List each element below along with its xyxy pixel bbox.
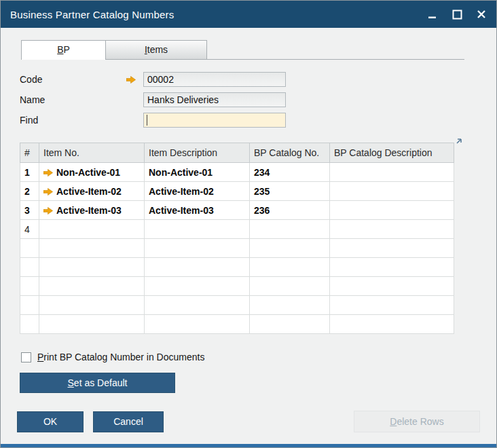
row-number-cell[interactable] [20,258,39,277]
item-no-cell[interactable]: Non-Active-01 [39,163,145,182]
item-no-cell[interactable] [39,296,145,315]
maximize-icon [452,10,462,20]
footer: OK Cancel Delete Rows [1,411,496,432]
name-label: Name [20,94,126,105]
row-number-cell[interactable]: 3 [20,201,39,220]
table-row[interactable] [20,277,454,296]
item-no-cell[interactable]: Active-Item-02 [39,182,145,201]
table-header-row: # Item No. Item Description BP Catalog N… [20,143,454,163]
table-row[interactable] [20,258,454,277]
set-as-default-button[interactable]: Set as Default [20,373,175,393]
bp-catalog-no-cell[interactable] [250,220,330,239]
row-number-cell[interactable] [20,277,39,296]
titlebar[interactable]: Business Partner Catalog Numbers [1,1,496,28]
item-no-cell[interactable] [39,315,145,334]
bp-catalog-no-cell[interactable] [250,315,330,334]
catalog-table-wrap: # Item No. Item Description BP Catalog N… [20,143,454,334]
window-title: Business Partner Catalog Numbers [10,9,174,20]
bp-catalog-description-cell[interactable] [330,163,454,182]
item-description-cell[interactable] [145,258,250,277]
row-number-cell[interactable]: 2 [20,182,39,201]
item-no-cell[interactable] [39,277,145,296]
item-no-text: Active-Item-02 [56,186,122,197]
item-no-cell[interactable] [39,220,145,239]
bp-catalog-no-cell[interactable]: 235 [250,182,330,201]
link-arrow-icon[interactable] [126,76,136,83]
find-input[interactable] [143,113,286,128]
print-bp-catalog-checkbox[interactable] [21,352,31,362]
bp-form: Code Name Find [20,69,496,130]
bp-catalog-no-cell[interactable] [250,277,330,296]
item-no-text: Active-Item-03 [56,205,122,216]
ok-button[interactable]: OK [17,411,84,432]
bp-catalog-description-cell[interactable] [330,258,454,277]
table-row[interactable]: 3Active-Item-03Active-Item-03236 [20,201,454,220]
minimize-button[interactable] [427,9,438,20]
tab-items[interactable]: Items [105,40,207,59]
window-controls [427,9,487,20]
print-bp-catalog-label: Print BP Catalog Number in Documents [37,352,204,362]
bp-catalog-no-cell[interactable] [250,296,330,315]
link-arrow-icon[interactable] [43,188,53,195]
table-row[interactable] [20,239,454,258]
close-icon [477,10,486,19]
row-number-cell[interactable] [20,239,39,258]
print-bp-catalog-row: Print BP Catalog Number in Documents [21,352,496,362]
table-body: 1Non-Active-01Non-Active-012342Active-It… [20,163,454,334]
item-description-cell[interactable]: Active-Item-02 [145,182,250,201]
delete-rows-button[interactable]: Delete Rows [354,411,480,432]
code-link-arrow-slot [126,76,143,83]
item-description-cell[interactable]: Non-Active-01 [145,163,250,182]
name-input[interactable] [143,92,286,107]
row-number-cell[interactable]: 1 [20,163,39,182]
find-input-wrap [143,113,286,128]
bp-catalog-description-cell[interactable] [330,296,454,315]
tab-strip: BP Items [21,40,464,60]
table-row[interactable] [20,296,454,315]
col-header-bp-catalog-description: BP Catalog Description [330,143,454,163]
code-input[interactable] [143,72,286,87]
col-header-item-no: Item No. [39,143,145,163]
table-row[interactable]: 2Active-Item-02Active-Item-02235 [20,182,454,201]
item-description-cell[interactable]: Active-Item-03 [145,201,250,220]
bp-catalog-no-cell[interactable]: 234 [250,163,330,182]
find-row: Find [20,110,496,130]
bp-catalog-no-cell[interactable]: 236 [250,201,330,220]
bp-catalog-no-cell[interactable] [250,239,330,258]
item-no-cell[interactable] [39,258,145,277]
close-button[interactable] [476,9,487,20]
item-description-cell[interactable] [145,239,250,258]
catalog-table: # Item No. Item Description BP Catalog N… [20,143,454,334]
item-description-cell[interactable] [145,296,250,315]
table-row[interactable]: 1Non-Active-01Non-Active-01234 [20,163,454,182]
link-arrow-icon[interactable] [43,169,53,176]
tab-bp[interactable]: BP [21,40,106,60]
row-number-cell[interactable] [20,315,39,334]
col-header-item-description: Item Description [145,143,250,163]
bp-catalog-description-cell[interactable] [330,315,454,334]
bp-catalog-no-cell[interactable] [250,258,330,277]
row-number-cell[interactable] [20,296,39,315]
item-description-cell[interactable] [145,220,250,239]
item-no-cell[interactable]: Active-Item-03 [39,201,145,220]
table-row[interactable] [20,315,454,334]
col-header-bp-catalog-no: BP Catalog No. [250,143,330,163]
bp-catalog-description-cell[interactable] [330,220,454,239]
col-header-num: # [20,143,39,163]
bp-catalog-description-cell[interactable] [330,201,454,220]
find-label: Find [20,115,126,126]
code-label: Code [20,74,126,85]
link-arrow-icon[interactable] [43,207,53,214]
item-description-cell[interactable] [145,277,250,296]
maximize-button[interactable] [452,9,462,20]
item-no-cell[interactable] [39,239,145,258]
cancel-button[interactable]: Cancel [93,411,164,432]
table-row[interactable]: 4 [20,220,454,239]
row-number-cell[interactable]: 4 [20,220,39,239]
bp-catalog-description-cell[interactable] [330,239,454,258]
bp-catalog-description-cell[interactable] [330,182,454,201]
expand-grid-icon[interactable] [454,136,464,146]
bp-catalog-description-cell[interactable] [330,277,454,296]
item-description-cell[interactable] [145,315,250,334]
window-bottom-edge [1,444,496,447]
